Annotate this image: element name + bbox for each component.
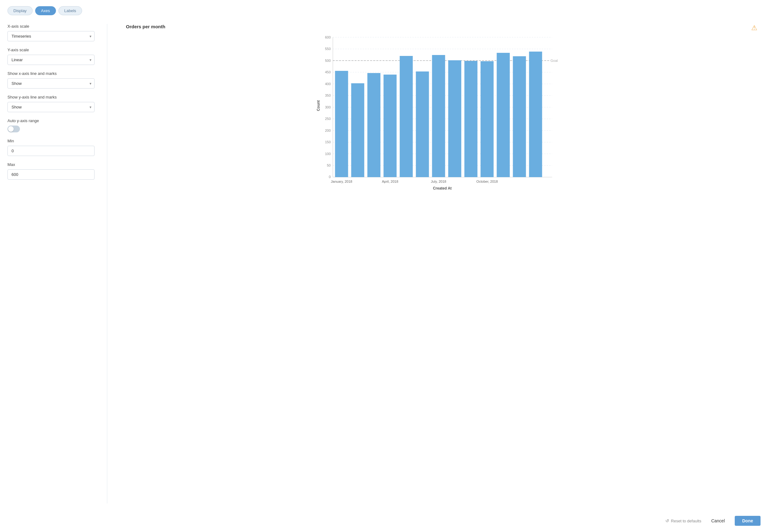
yaxis-scale-label: Y-axis scale [7,48,94,52]
right-panel: ⚠ Orders per month 600 550 500 [110,24,761,503]
tab-axes[interactable]: Axes [35,6,56,15]
svg-text:April, 2018: April, 2018 [382,180,398,183]
svg-text:100: 100 [325,152,330,156]
show-xaxis-label: Show x-axis line and marks [7,71,94,76]
svg-text:Created At: Created At [433,186,452,190]
svg-text:250: 250 [325,117,330,121]
min-label: Min [7,139,94,143]
xaxis-scale-group: X-axis scale Timeseries Ordinal Quantita… [7,24,94,41]
tab-display[interactable]: Display [7,6,33,15]
bar-oct [481,61,494,177]
svg-text:400: 400 [325,82,330,86]
show-yaxis-group: Show y-axis line and marks Show Hide ▾ [7,95,94,112]
xaxis-scale-select[interactable]: Timeseries Ordinal Quantitative [7,31,94,41]
max-input[interactable] [7,169,94,180]
bar-nov [497,53,510,177]
bar-may [400,56,413,177]
svg-text:Goal: Goal [551,59,558,62]
svg-text:500: 500 [325,59,330,62]
auto-yaxis-toggle[interactable] [7,126,20,132]
auto-yaxis-label: Auto y-axis range [7,118,94,123]
svg-text:50: 50 [327,163,330,167]
svg-text:300: 300 [325,105,330,109]
cancel-button[interactable]: Cancel [706,516,730,526]
svg-text:July, 2018: July, 2018 [431,180,446,183]
bar-dec [513,56,526,177]
bar-jun [416,71,429,177]
min-group: Min [7,139,94,156]
svg-text:450: 450 [325,70,330,74]
bar-sep [465,61,478,177]
svg-text:600: 600 [325,35,330,39]
chart-title: Orders per month [126,24,761,29]
bar-jul [432,55,445,177]
show-yaxis-select[interactable]: Show Hide [7,102,94,112]
tab-labels[interactable]: Labels [58,6,82,15]
bar-aug [449,60,462,177]
svg-text:200: 200 [325,129,330,132]
max-group: Max [7,162,94,180]
svg-text:January, 2018: January, 2018 [331,180,352,183]
svg-text:550: 550 [325,47,330,51]
show-xaxis-select[interactable]: Show Hide [7,78,94,89]
show-xaxis-group: Show x-axis line and marks Show Hide ▾ [7,71,94,89]
warning-icon: ⚠ [751,24,757,32]
yaxis-scale-select[interactable]: Linear Logarithmic [7,55,94,65]
show-yaxis-label: Show y-axis line and marks [7,95,94,99]
panel-divider [107,24,107,503]
yaxis-scale-group: Y-axis scale Linear Logarithmic ▾ [7,48,94,65]
chart-svg: 600 550 500 450 400 350 [113,34,761,196]
auto-yaxis-group: Auto y-axis range [7,118,94,132]
bar-apr [384,75,397,177]
bar-jan2 [529,52,542,177]
reset-label: Reset to defaults [671,519,701,523]
chart-area: 600 550 500 450 400 350 [113,34,761,196]
svg-text:Count: Count [316,100,320,111]
min-input[interactable] [7,146,94,156]
bar-mar [367,73,380,177]
svg-text:350: 350 [325,94,330,97]
footer-actions: ↺ Reset to defaults Cancel Done [7,511,761,526]
bar-feb [351,83,364,177]
done-button[interactable]: Done [735,516,761,526]
xaxis-scale-label: X-axis scale [7,24,94,29]
reset-icon: ↺ [665,518,669,523]
svg-text:0: 0 [329,175,330,179]
left-panel: X-axis scale Timeseries Ordinal Quantita… [7,24,104,503]
tab-bar: Display Axes Labels [7,6,761,15]
reset-button[interactable]: ↺ Reset to defaults [665,518,701,523]
svg-text:150: 150 [325,140,330,144]
svg-text:October, 2018: October, 2018 [476,180,498,183]
bar-jan [335,71,348,177]
max-label: Max [7,162,94,167]
